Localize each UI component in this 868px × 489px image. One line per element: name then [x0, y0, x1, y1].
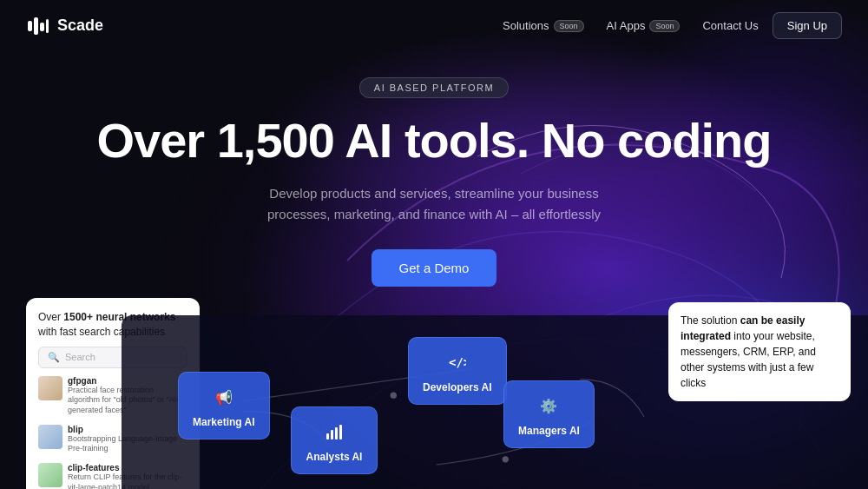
- marketing-ai-node: 📢 Marketing AI: [178, 372, 270, 439]
- flow-area: 📢 Marketing AI Analysts AI </>: [122, 315, 868, 489]
- logo[interactable]: Scade: [26, 14, 103, 38]
- nav-ai-apps[interactable]: AI Apps Soon: [598, 15, 689, 36]
- svg-text:</>: </>: [449, 355, 466, 369]
- svg-rect-2: [28, 21, 32, 31]
- bottom-section: Over 1500+ neural networks with fast sea…: [0, 298, 868, 489]
- analysts-icon: [320, 418, 348, 446]
- neural-thumb: [38, 376, 62, 400]
- search-icon: 🔍: [48, 352, 60, 363]
- search-placeholder: Search: [65, 352, 95, 362]
- brand-name: Scade: [57, 17, 103, 35]
- navigation: Scade Solutions Soon AI Apps Soon Contac…: [0, 0, 868, 51]
- managers-icon: ⚙️: [535, 392, 562, 420]
- managers-ai-node: ⚙️ Managers AI: [503, 380, 595, 448]
- integration-text: The solution can be easily integrated in…: [681, 314, 816, 389]
- cta-button[interactable]: Get a Demo: [372, 249, 497, 287]
- hero-subtitle: Develop products and services, streamlin…: [243, 183, 625, 225]
- svg-rect-11: [339, 425, 342, 439]
- signup-button[interactable]: Sign Up: [773, 12, 842, 39]
- svg-rect-8: [326, 433, 329, 439]
- ai-badge: AI BASED PLATFORM: [359, 77, 509, 98]
- svg-rect-9: [331, 430, 333, 439]
- integration-card: The solution can be easily integrated in…: [668, 302, 851, 401]
- nav-links: Solutions Soon AI Apps Soon Contact Us S…: [494, 12, 842, 39]
- developers-ai-node: </> Developers AI: [408, 337, 507, 405]
- nav-contact[interactable]: Contact Us: [694, 15, 766, 36]
- soon-badge-ai-apps: Soon: [649, 20, 680, 32]
- svg-rect-5: [46, 19, 49, 33]
- logo-icon: [26, 14, 50, 38]
- marketing-icon: 📢: [210, 383, 238, 411]
- svg-rect-4: [40, 23, 44, 31]
- analysts-ai-node: Analysts AI: [291, 406, 378, 474]
- neural-thumb: [38, 463, 62, 487]
- neural-thumb: [38, 425, 62, 449]
- nav-solutions[interactable]: Solutions Soon: [494, 15, 593, 36]
- developers-icon: </>: [444, 348, 471, 376]
- svg-rect-3: [34, 17, 38, 35]
- hero-title: Over 1,500 AI tools. No coding: [17, 114, 851, 168]
- svg-rect-10: [335, 427, 338, 439]
- hero-section: AI BASED PLATFORM Over 1,500 AI tools. N…: [0, 51, 868, 287]
- soon-badge-solutions: Soon: [554, 20, 584, 32]
